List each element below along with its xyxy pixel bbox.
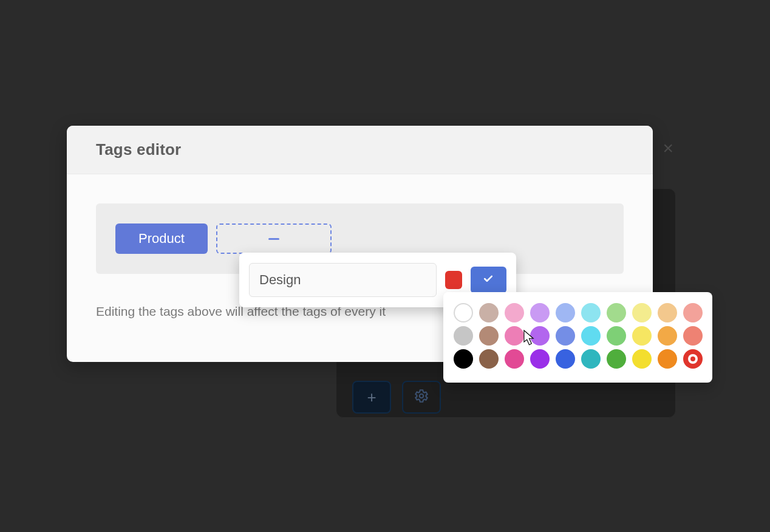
- color-swatch-0-8[interactable]: [658, 303, 677, 322]
- color-swatch-1-5[interactable]: [581, 326, 601, 346]
- color-palette-popover: [443, 292, 712, 383]
- color-swatch-1-1[interactable]: [479, 326, 499, 346]
- color-swatch-1-8[interactable]: [658, 326, 677, 346]
- color-swatch-0-2[interactable]: [505, 303, 524, 322]
- color-swatch-1-3[interactable]: [530, 326, 550, 346]
- color-swatch-1-4[interactable]: [556, 326, 575, 346]
- color-swatch-2-0[interactable]: [454, 349, 473, 369]
- color-swatch-0-4[interactable]: [556, 303, 575, 322]
- gear-icon: [414, 388, 429, 406]
- confirm-button[interactable]: [471, 267, 506, 293]
- plus-icon: +: [367, 388, 376, 407]
- modal-title: Tags editor: [96, 140, 181, 159]
- color-swatch-0-6[interactable]: [607, 303, 626, 322]
- color-swatch-0-7[interactable]: [632, 303, 652, 322]
- color-swatch-0-5[interactable]: [581, 303, 601, 322]
- dash-icon: [268, 238, 279, 240]
- color-swatch-2-5[interactable]: [581, 349, 601, 369]
- tag-name-input[interactable]: [249, 263, 437, 297]
- settings-button[interactable]: [402, 381, 441, 414]
- color-swatch-1-6[interactable]: [607, 326, 626, 346]
- color-swatch-1-7[interactable]: [632, 326, 652, 346]
- add-button[interactable]: +: [352, 381, 391, 414]
- color-swatch-1-0[interactable]: [454, 326, 473, 346]
- color-swatch-0-3[interactable]: [530, 303, 550, 322]
- palette-grid: [453, 303, 703, 369]
- svg-point-0: [420, 394, 424, 398]
- color-swatch-2-7[interactable]: [632, 349, 652, 369]
- check-icon: [482, 273, 494, 287]
- color-swatch-2-9[interactable]: [683, 349, 703, 369]
- close-button[interactable]: ×: [663, 139, 673, 157]
- color-swatch-1-9[interactable]: [683, 326, 703, 346]
- color-swatch-0-9[interactable]: [683, 303, 703, 322]
- color-swatch-2-8[interactable]: [658, 349, 677, 369]
- color-swatch-1-2[interactable]: [505, 326, 524, 346]
- add-tag-placeholder[interactable]: [216, 223, 332, 254]
- tag-product[interactable]: Product: [115, 223, 208, 254]
- color-swatch-0-0[interactable]: [454, 303, 473, 322]
- color-swatch-2-6[interactable]: [607, 349, 626, 369]
- modal-header: Tags editor: [67, 126, 653, 174]
- selected-color-swatch[interactable]: [445, 271, 462, 289]
- background-toolbar: +: [352, 381, 441, 414]
- color-swatch-2-3[interactable]: [530, 349, 550, 369]
- color-swatch-2-2[interactable]: [505, 349, 524, 369]
- color-swatch-2-4[interactable]: [556, 349, 575, 369]
- color-swatch-0-1[interactable]: [479, 303, 499, 322]
- color-swatch-2-1[interactable]: [479, 349, 499, 369]
